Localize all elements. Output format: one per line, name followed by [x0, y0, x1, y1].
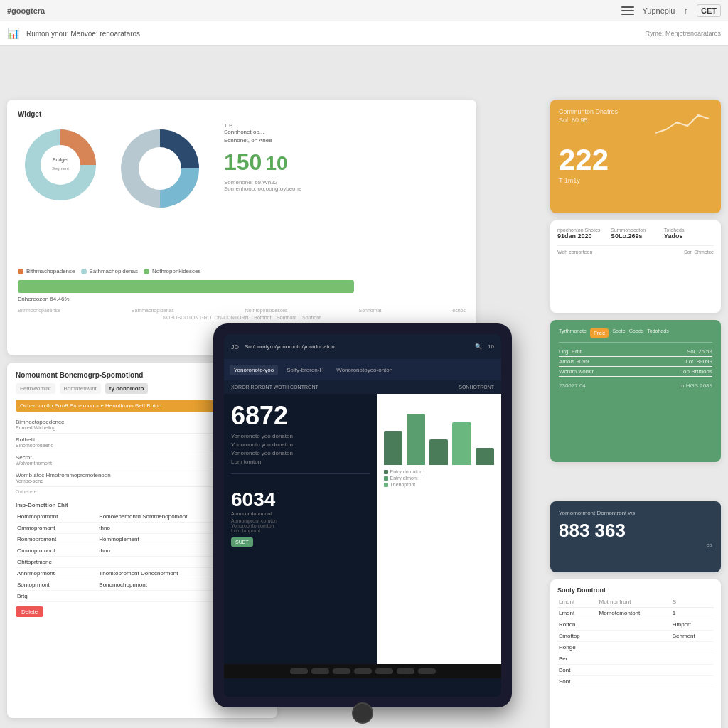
bar-2	[407, 414, 425, 465]
tablet-nav-text: Sol/bomtyro/yonorooto/yoo/donaton	[245, 343, 469, 350]
table-row: Bont	[557, 665, 714, 676]
nav-dot-6[interactable]	[397, 668, 414, 674]
th-col1: Lmont	[557, 596, 597, 608]
stats-col2: Summonocoton S0Lo.269s	[611, 228, 660, 240]
stats-right-card: npochonton Shotes 91dan 2020 Summonocoto…	[550, 220, 721, 313]
table-row: Sont	[557, 676, 714, 687]
stats-r1-label: npochonton Shotes	[557, 228, 607, 232]
metrics-label1: Sonnhonet op...	[224, 129, 466, 135]
orange-chart	[655, 108, 712, 139]
tablet-section-label: XOROR RORONT WOTH CONTRONT	[231, 385, 318, 390]
green-header: Tyrthmonate Free Soate Goods Todohads	[559, 328, 712, 338]
footer-label1: Bithmochopadense	[18, 308, 60, 313]
tablet-second-label: Aton comtoprmont	[231, 511, 370, 516]
pie-chart-area: Budget Segment T B Sonnhonet op... Echho…	[18, 122, 466, 264]
nav-dot-3[interactable]	[333, 668, 350, 674]
tablet-left-col: 6872 Yonoronoto yoo donaton Yonoronoto y…	[224, 394, 377, 664]
green-rows: Org. ErtitSol. 25.59 Amols 8099Lot. 8909…	[559, 342, 712, 377]
green-card: Tyrthmonate Free Soate Goods Todohads Or…	[550, 320, 721, 462]
table-bottom-card: Sooty Domtront Lmont Motmonfront S Lmont…	[550, 579, 721, 728]
footer-label4: Sonhomat	[358, 308, 381, 313]
footer-label5: echos	[452, 308, 466, 313]
tablet-content-area: 6872 Yonoronoto yoo donaton Yonoronoto y…	[224, 394, 501, 664]
tablet-tab-2[interactable]: Solty-broron-H	[282, 365, 328, 375]
tablet-nav-icon[interactable]: 🔍	[475, 343, 482, 350]
tab-2[interactable]: Bommenwint	[60, 383, 101, 394]
nav-dot-2[interactable]	[311, 668, 329, 674]
legend-item-2: Entry dlmont	[384, 476, 495, 481]
progress-bar-area: Enhereozon 64.46%	[18, 280, 466, 302]
tablet-second-number: 6034	[231, 488, 370, 511]
tablet-action-button[interactable]: SUBT	[231, 537, 253, 547]
dark-big-number: 883 363	[559, 520, 712, 542]
tablet-tab-1[interactable]: Yonoronoto-yoo	[230, 365, 278, 375]
orange-subtitle: Sol. 80.95	[559, 117, 618, 124]
secondary-bar: 📊 Rumon ynou: Menvoe: renoarataros Ryme:…	[0, 21, 728, 46]
free-badge: Free	[590, 328, 609, 338]
nav-dot-5[interactable]	[375, 668, 393, 674]
tablet-tab-3[interactable]: Wonoronotoyoo-onton	[332, 365, 397, 375]
tablet-tabs[interactable]: Yonoronoto-yoo Solty-broron-H Wonoronoto…	[224, 359, 501, 380]
card-footer: Bithmochopadense Bathmachopidenas Nothro…	[18, 308, 466, 313]
nav-dot-4[interactable]	[354, 668, 372, 674]
footer-label3: Nothroponkidesces	[245, 308, 288, 313]
tablet-sub-2: Yonoronoto yoo donaton	[231, 441, 370, 448]
footer-label2: Bathmachopidenas	[132, 308, 174, 313]
metrics-label2: Echhonet, on Ahee	[224, 137, 466, 144]
nav-dot-7[interactable]	[418, 668, 436, 674]
tb-title: Sooty Domtront	[557, 587, 714, 594]
svg-text:Budget: Budget	[53, 157, 68, 163]
ml-r1-sub: Erinced Wicheting	[16, 425, 65, 430]
tablet-sub-3: Yonoronoto yoo donaton	[231, 450, 370, 456]
delete-button[interactable]: Delete	[16, 606, 43, 617]
orange-card: Communton Dhatres Sol. 80.95 222 T 1m1y	[550, 100, 721, 213]
green-row-2: Amols 8099Lot. 89099	[559, 357, 712, 367]
tablet-second-sub2: Yonoroonto comton	[231, 523, 370, 528]
tab-1[interactable]: Fetthwomint	[16, 383, 55, 394]
orange-title: Communton Dhatres	[559, 108, 618, 115]
tablet-nav-count: 10	[488, 343, 494, 350]
table-row: Honge	[557, 642, 714, 653]
stats-r2-val: S0Lo.269s	[611, 232, 660, 240]
stats-r3-val: Yados	[664, 232, 714, 240]
bar-label: Enhereozon 64.46%	[18, 296, 466, 302]
tb-table: Lmont Motmonfront S LmontMomotomontont1 …	[557, 596, 714, 687]
metrics-sub2: Somenhonp: oo.oongtoybeone	[224, 186, 466, 192]
ml-r3-label: Sect5t	[16, 454, 52, 461]
tablet-sub-1: Yonoronoto yoo donaton	[231, 433, 370, 439]
legend-item-3: Nothroponkidesces	[144, 268, 200, 274]
green-footer: 230077.04 m HGS 2689	[559, 382, 712, 389]
tablet-second-sub1: Atonompront comton	[231, 518, 370, 523]
app-name: #googtera	[7, 6, 45, 15]
top-bar-right: Yupnepiu ↑ CET	[621, 4, 721, 17]
tab-3-active[interactable]: ty dohomoto	[105, 383, 148, 394]
dark-bottom-card: Yomomotmont Domontront ws 883 363 ca	[550, 501, 721, 572]
dark-title: Yomomotmont Domontront ws	[559, 510, 712, 516]
ml-r3-sub: Wotvomtnomont	[16, 461, 52, 466]
upload-icon[interactable]: ↑	[684, 5, 689, 16]
top-bar-left: #googtera	[7, 6, 45, 15]
svg-text:Segment: Segment	[52, 166, 69, 171]
tablet-big-number: 6872	[231, 401, 370, 431]
tablet-home-button[interactable]	[352, 702, 373, 724]
tablet-device: JD Sol/bomtyro/yonorooto/yoo/donaton 🔍 1…	[213, 323, 512, 707]
tablet-second-sub3: Lom tonpront	[231, 528, 370, 533]
metrics-sub1: Somenone: 69.Wn22	[224, 179, 466, 186]
stats-footer-val: Son Shmetce	[684, 250, 714, 255]
green-h2: Soate	[612, 328, 625, 338]
nav-dot-1[interactable]	[290, 668, 308, 674]
legend-item-1: Bithmachopadense	[18, 268, 75, 274]
nav-label: Yupnepiu	[643, 6, 675, 15]
stats-footer: Woh comorteon	[557, 250, 592, 255]
orange-big-number: 222	[559, 143, 712, 177]
tablet-right-col: Entry domaton Entry dlmont Thenopront	[377, 394, 502, 664]
ml-r2-label: Rothellt	[16, 437, 53, 443]
svg-point-1	[41, 145, 80, 185]
chart-icon: 📊	[7, 28, 19, 39]
metrics-value1: 150	[224, 149, 262, 176]
green-row-3: Wontm womtrToo Brtmods	[559, 367, 712, 377]
bar-4	[452, 422, 471, 465]
hamburger-icon[interactable]	[621, 6, 634, 15]
table-header-row: Lmont Motmonfront S	[557, 596, 714, 608]
ml-r1-label: Bimhoctopbedence	[16, 419, 65, 425]
